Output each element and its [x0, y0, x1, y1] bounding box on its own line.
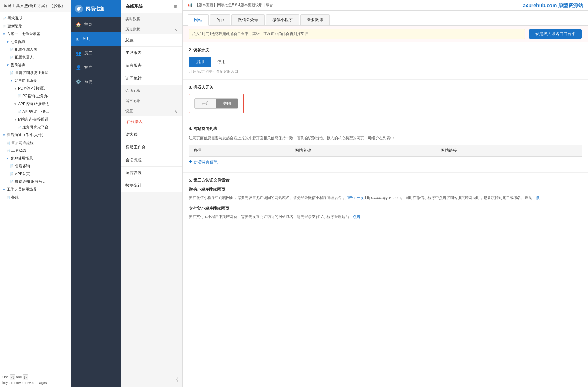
tree-item[interactable]: 📄更新记录: [0, 22, 71, 30]
tree-item-label: 售后沟通流程: [11, 140, 34, 145]
menu-section-设置: 设置∧: [121, 105, 182, 116]
tree-item-label: 七鱼配置: [11, 39, 25, 44]
tree-item[interactable]: ▼APP咨询-转接跟进: [0, 100, 71, 108]
tree-item-label: 微信通知-服务号...: [15, 179, 45, 184]
menu-item-访问统计[interactable]: 访问统计: [121, 72, 182, 85]
visitor-disable-btn[interactable]: 停用: [211, 57, 232, 67]
website-list-section: 4. 网站页面列表 注意页面信息需要与发起会话上报的来源页面相关信息保持一致，否…: [183, 121, 588, 173]
tree-item[interactable]: 📄配置机器人: [0, 53, 71, 61]
tab-微信小程序[interactable]: 微信小程序: [266, 14, 299, 25]
wechat-mini-link1[interactable]: 点击：开发: [345, 196, 364, 200]
alipay-mini-link[interactable]: 点击：: [353, 214, 364, 219]
wechat-mini-title: 微信小程序跳转网页: [189, 187, 582, 192]
menu-section-label: 实时数据: [125, 16, 140, 22]
tree-item[interactable]: 📄配置坐席人员: [0, 46, 71, 53]
visitor-enable-btn[interactable]: 启用: [189, 57, 211, 67]
alipay-mini-desc: 要在支付宝小程序中跳转网页，需要先设置允许访问的网站域名。请先登录支付宝小程序管…: [189, 214, 582, 220]
tree-item[interactable]: ▼工作人员使用场景: [0, 186, 71, 193]
nav-item-员工[interactable]: 👥员工: [71, 46, 121, 60]
tree-item[interactable]: ▼PC咨询-转接跟进: [0, 85, 71, 92]
tree-item[interactable]: ▼七鱼配置: [0, 38, 71, 46]
tree-item[interactable]: ▼方案一：七鱼全覆盖: [0, 30, 71, 38]
tree-item[interactable]: 📄售后沟通流程: [0, 139, 71, 147]
folder-icon: ▼: [2, 188, 6, 191]
menu-section-label: 历史数据: [125, 27, 140, 32]
tree-item[interactable]: 📄工单状态: [0, 147, 71, 154]
tree-item-label: 工单状态: [11, 148, 26, 153]
menu-section-label: 会话记录: [125, 88, 140, 93]
menu-item-客服工作台[interactable]: 客服工作台: [121, 141, 182, 154]
tree-item[interactable]: ▼售后沟通（作件-交付）: [0, 131, 71, 139]
menu-section-label: 留言记录: [125, 98, 140, 104]
middle-panel-header: 在线系统 ⊞: [121, 0, 182, 13]
robot-enable-btn[interactable]: 开启: [195, 99, 216, 108]
menu-section-历史数据: 历史数据∧: [121, 24, 182, 34]
tree-item[interactable]: 📄微信通知-服务号...: [0, 178, 71, 186]
tab-微信公众号[interactable]: 微信公众号: [231, 14, 265, 25]
nav-item-主页[interactable]: 🏠主页: [71, 17, 121, 32]
tree-item[interactable]: 📄需求说明: [0, 15, 71, 22]
menu-item-在线接入[interactable]: 在线接入: [121, 116, 182, 128]
nav-label-系统: 系统: [84, 79, 92, 85]
tree-item[interactable]: ▼售前咨询: [0, 61, 71, 69]
tree-item-label: 需求说明: [7, 16, 22, 21]
tree-item-label: 客户使用场景: [11, 156, 33, 161]
left-sidebar: 沟通工具原型(合并方案）（脱敏） 📄需求说明📄更新记录▼方案一：七鱼全覆盖▼七鱼…: [0, 0, 71, 387]
tree-item-label: 更新记录: [7, 24, 22, 29]
tree-item-label: APP咨询-转接跟进: [18, 101, 49, 107]
nav-label-应用: 应用: [83, 36, 91, 42]
tree-item-label: 方案一：七鱼全覆盖: [7, 31, 40, 37]
robot-disable-btn[interactable]: 关闭: [216, 99, 238, 108]
folder-icon: ▼: [2, 133, 6, 137]
svg-point-1: [79, 7, 81, 8]
tree-item-label: 客户使用场景: [14, 78, 37, 83]
tab-新浪微博[interactable]: 新浪微博: [300, 14, 330, 25]
menu-item-数据统计[interactable]: 数据统计: [121, 179, 182, 192]
tree-item[interactable]: ▼M站咨询-转接跟进: [0, 116, 71, 123]
menu-collapse-icon[interactable]: ∧: [175, 27, 177, 32]
nav-label-主页: 主页: [84, 22, 92, 27]
tab-网站[interactable]: 网站: [188, 14, 209, 26]
folder-icon: ▼: [6, 63, 9, 67]
folder-icon: ▼: [10, 79, 13, 82]
notice-btn[interactable]: 设定接入域名口口台平: [529, 29, 582, 39]
nav-icon-应用: ⊞: [76, 36, 80, 41]
tree-item[interactable]: ▼客户使用场景: [0, 154, 71, 162]
col-header-link: 网站链接: [436, 145, 582, 157]
nav-item-应用[interactable]: ⊞应用: [71, 32, 121, 46]
tree-item[interactable]: ▼客户使用场景: [0, 77, 71, 85]
folder-icon: ▼: [14, 102, 17, 106]
menu-section-留言记录: 留言记录: [121, 95, 182, 105]
visitor-hint: 开启后,访客即可看见客服入口: [189, 69, 582, 74]
nav-item-客户[interactable]: 👤客户: [71, 60, 121, 75]
tree-item[interactable]: 📄PC咨询-业务办: [0, 92, 71, 100]
nav-sidebar: 网易七鱼 🏠主页⊞应用👥员工👤客户⚙️系统: [71, 0, 121, 387]
menu-item-会话流程[interactable]: 会话流程: [121, 154, 182, 167]
nav-item-系统[interactable]: ⚙️系统: [71, 75, 121, 89]
menu-item-坐席报表[interactable]: 坐席报表: [121, 47, 182, 59]
add-website-btn[interactable]: ✚ 新增网页信息: [189, 157, 582, 167]
page-icon: 📄: [6, 141, 10, 145]
tree-item[interactable]: 📄客服: [0, 193, 71, 201]
menu-item-留言报表[interactable]: 留言报表: [121, 59, 182, 72]
page-icon: 📄: [10, 172, 14, 176]
third-party-title: 5. 第三方认证文件设置: [189, 177, 582, 183]
tab-App[interactable]: App: [210, 14, 230, 25]
menu-collapse-icon[interactable]: ∧: [175, 109, 177, 113]
tree-item[interactable]: 📄APP首页: [0, 170, 71, 178]
third-party-section: 5. 第三方认证文件设置 微信小程序跳转网页 要在微信小程序中跳转网页，需要先设…: [183, 173, 588, 225]
middle-collapse-btn[interactable]: 《: [121, 373, 182, 387]
wechat-mini-link2[interactable]: 微: [536, 196, 540, 200]
nav-icon-系统: ⚙️: [76, 79, 81, 84]
tree-item[interactable]: 📄售后咨询: [0, 162, 71, 170]
tree-item-label: 配置坐席人员: [15, 47, 37, 52]
menu-section-label: 设置: [125, 108, 133, 114]
tree-item[interactable]: 📄APP咨询-业务...: [0, 108, 71, 116]
menu-item-留言设置[interactable]: 留言设置: [121, 167, 182, 179]
tree-item-label: 售前咨询系统业务流: [15, 70, 48, 76]
menu-item-总览[interactable]: 总览: [121, 34, 182, 47]
menu-item-访客端[interactable]: 访客端: [121, 128, 182, 141]
tree-item[interactable]: 📄售前咨询系统业务流: [0, 69, 71, 77]
tree-item[interactable]: 📄服务号绑定平台: [0, 123, 71, 131]
menu-section-实时数据: 实时数据: [121, 13, 182, 24]
